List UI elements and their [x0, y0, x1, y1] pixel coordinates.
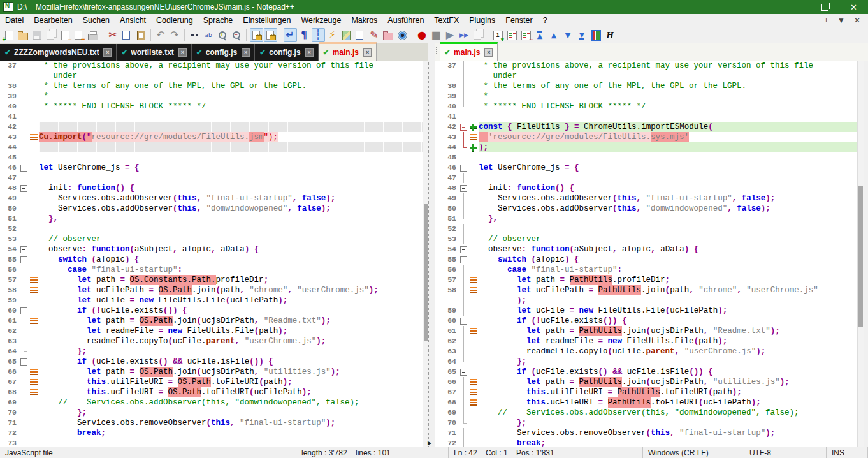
menu-datei[interactable]: Datei [0, 15, 29, 26]
line-text: // Services.obs.addObserver(this, "domwi… [39, 397, 423, 408]
function-list-icon[interactable]: ⚡ [326, 28, 339, 42]
code-line: 50 Services.obs.addObserver(this, "domwi… [435, 203, 857, 214]
zoom-in-icon[interactable]: + [216, 28, 229, 42]
menu-werkzeuge[interactable]: Werkzeuge [296, 15, 346, 26]
menu-right-icon[interactable]: ▼ [837, 16, 845, 25]
macro-save-icon[interactable] [472, 28, 485, 42]
save-icon[interactable] [31, 28, 44, 42]
first-diff-icon[interactable]: ▲ [533, 28, 547, 42]
tab-config-js[interactable]: ✔config.js× [255, 44, 318, 61]
folder-as-workspace-icon[interactable] [382, 28, 395, 42]
tab-main-js[interactable]: ✔main.js× [319, 42, 377, 61]
tab-label: wortliste.txt [131, 48, 173, 57]
menu-bearbeiten[interactable]: Bearbeiten [29, 15, 77, 26]
menu-right-icon[interactable]: ✕ [854, 16, 860, 25]
minimize-button[interactable]: — [782, 0, 811, 14]
fold-collapse-icon[interactable] [20, 306, 28, 316]
redo-icon[interactable]: ↷ [168, 28, 182, 42]
close-icon[interactable] [59, 28, 72, 42]
fold-collapse-icon[interactable] [20, 255, 28, 265]
document-list-icon[interactable] [354, 28, 367, 42]
macro-play-icon[interactable]: ▶ [444, 28, 457, 42]
copy-icon[interactable] [120, 28, 134, 42]
fold-collapse-icon[interactable] [20, 357, 28, 367]
cut-icon[interactable]: ✂ [106, 28, 120, 42]
compare-navbar-icon[interactable] [590, 28, 603, 42]
find-icon[interactable] [188, 28, 201, 42]
html-preview-icon[interactable]: H [604, 28, 617, 42]
replace-icon[interactable]: ab [202, 28, 215, 42]
fold-collapse-icon[interactable] [459, 163, 468, 173]
left-scrollbar-thumb[interactable] [424, 204, 428, 341]
word-wrap-icon[interactable]: ↵ [284, 28, 297, 42]
file-monitoring-icon[interactable] [396, 28, 409, 42]
tab-config-js[interactable]: ✔config.js× [192, 44, 255, 61]
indent-guide-icon[interactable]: ┆ [312, 28, 325, 42]
show-all-characters-icon[interactable]: ¶ [298, 28, 311, 42]
open-file-icon[interactable] [17, 28, 30, 42]
tab-close-icon[interactable]: × [363, 48, 372, 57]
next-diff-icon[interactable]: ▼ [561, 28, 575, 42]
fold-margin [20, 428, 28, 438]
right-vertical-scrollbar[interactable] [857, 61, 864, 447]
last-diff-icon[interactable]: ▼ [575, 28, 589, 42]
macro-record-icon[interactable]: ● [416, 28, 429, 42]
compare-set-first-icon[interactable]: 1 [491, 28, 505, 42]
fold-collapse-icon[interactable] [459, 244, 468, 255]
right-scrollbar-thumb[interactable] [858, 186, 863, 327]
undo-icon[interactable]: ↶ [154, 28, 168, 42]
macro-stop-icon[interactable]: ■ [430, 28, 443, 42]
menu-fenster[interactable]: Fenster [500, 15, 537, 26]
compare-icon[interactable] [505, 28, 519, 42]
paste-icon[interactable] [134, 28, 148, 42]
menu-makros[interactable]: Makros [346, 15, 382, 26]
menu-ansicht[interactable]: Ansicht [115, 15, 151, 26]
fold-collapse-icon[interactable] [459, 183, 468, 193]
tab-close-icon[interactable]: × [178, 48, 187, 57]
fold-collapse-icon[interactable] [20, 183, 28, 193]
tab-wortliste-txt[interactable]: ✔wortliste.txt× [117, 44, 191, 61]
sync-vertical-scroll-icon[interactable] [250, 28, 263, 42]
fold-collapse-icon[interactable] [459, 367, 468, 377]
menu-sprache[interactable]: Sprache [198, 15, 238, 26]
left-editor-pane[interactable]: 37 * the provisions above, a recipient m… [0, 61, 423, 447]
menu-textfx[interactable]: TextFX [429, 15, 464, 26]
fold-collapse-icon[interactable] [20, 244, 28, 255]
fold-margin [459, 71, 468, 81]
scroll-right-arrow-icon[interactable]: ▶ [428, 440, 431, 446]
menu-?[interactable]: ? [538, 15, 553, 26]
close-all-icon[interactable] [73, 28, 86, 42]
fold-collapse-icon[interactable] [20, 163, 28, 173]
fold-collapse-icon[interactable] [459, 316, 468, 326]
compare-clear-icon[interactable] [519, 28, 533, 42]
menu-plugins[interactable]: Plugins [464, 15, 500, 26]
sync-horizontal-scroll-icon[interactable] [264, 28, 277, 42]
tab-close-icon[interactable]: × [305, 48, 314, 57]
tab-ZZZZomgwordsNEU-txt[interactable]: ✔ZZZZomgwordsNEU.txt× [0, 44, 117, 61]
right-editor-pane[interactable]: 37 * the provisions above, a recipient m… [435, 61, 857, 447]
zoom-out-icon[interactable]: − [230, 28, 243, 42]
menu-right-icon[interactable]: + [824, 16, 828, 25]
menu-ausfhren[interactable]: Ausführen [382, 15, 429, 26]
macro-run-multiple-icon[interactable]: ▶▶ [458, 28, 471, 42]
tab-close-icon[interactable]: × [484, 48, 493, 57]
save-all-icon[interactable] [45, 28, 58, 42]
prev-diff-icon[interactable]: ▲ [547, 28, 561, 42]
new-file-icon[interactable] [3, 28, 16, 42]
menu-suchen[interactable]: Suchen [78, 15, 115, 26]
tab-main-js[interactable]: ✔main.js× [440, 42, 498, 61]
tab-close-icon[interactable]: × [103, 48, 112, 57]
fold-collapse-icon[interactable] [459, 255, 468, 265]
fold-margin [20, 326, 28, 336]
menu-codierung[interactable]: Codierung [151, 15, 198, 26]
tab-bar-grip[interactable] [435, 47, 438, 59]
tab-close-icon[interactable]: × [242, 48, 250, 57]
print-icon[interactable] [87, 28, 100, 42]
document-map-icon[interactable] [340, 28, 353, 42]
close-button[interactable]: ✕ [839, 0, 868, 14]
restore-button[interactable] [811, 0, 839, 14]
fold-collapse-icon[interactable] [459, 122, 468, 132]
right-tab-bar: ✔main.js× [435, 43, 868, 61]
edit-popup-icon[interactable]: ✎ [368, 28, 381, 42]
menu-einstellungen[interactable]: Einstellungen [238, 15, 296, 26]
